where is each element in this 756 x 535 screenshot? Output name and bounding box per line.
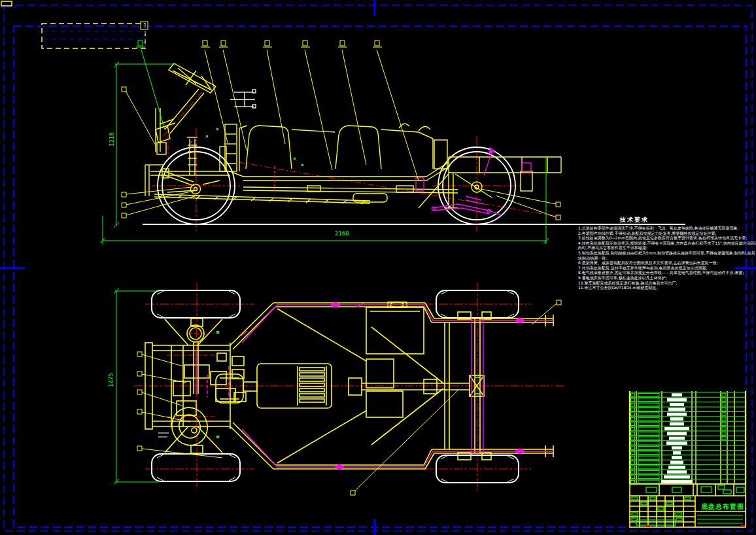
notes-line: 10.整车装配完成后按规定进行检验,路试合格后方可出厂; (578, 281, 749, 286)
part-name-cell (638, 451, 659, 455)
part-number-cell (631, 398, 635, 402)
part-qty-cell (722, 413, 725, 416)
part-name-cell (638, 480, 659, 483)
part-name-cell (638, 417, 659, 421)
part-code-cell (667, 432, 687, 435)
notes-line: 5.制动系统装配后,制动踏板自由行程为5mm,制动管路接头连接牢固可靠,不得有渗… (578, 250, 749, 256)
part-number-cell (631, 480, 635, 483)
part-name-cell (638, 394, 659, 397)
part-name-cell (638, 408, 659, 411)
part-qty-cell (722, 403, 725, 406)
part-code-cell (664, 427, 689, 430)
part-code-cell (670, 417, 683, 421)
notes-line: 向时,不得与其它零部件发生干涉和碰撞; (578, 245, 749, 250)
side-view: 1218 2160 (100, 41, 685, 244)
part-name-cell (638, 423, 659, 426)
part-name-cell (638, 456, 659, 459)
part-code-cell (672, 446, 682, 449)
notes-line: 2.各紧固件均须拧紧,不得松动,装配后按规定力矩复查,重要螺栓按规定扭矩拧紧; (578, 231, 749, 236)
part-number-cell (631, 394, 635, 397)
top-green-markers (216, 331, 479, 438)
part-qty-cell (722, 422, 725, 425)
notes-title: 技术要求 (620, 216, 749, 224)
notes-line: 6.悬架弹簧、减振器装配后应符合图纸及技术文件要求,左右弹簧自由长度应一致; (578, 260, 749, 266)
top-callouts (137, 300, 561, 495)
parts-list (630, 391, 746, 484)
cad-sheet: 1218 2160 (0, 0, 756, 535)
notes-line: 8.电气线束敷设整齐,固定可靠并按规定分色布线——具体见电气原理图,不得与运动件… (578, 270, 749, 275)
part-name-cell (638, 475, 659, 479)
part-code-cell (673, 451, 681, 455)
part-qty-cell (722, 432, 725, 435)
part-name-cell (638, 403, 659, 406)
part-name-cell (638, 398, 659, 402)
side-callouts (122, 41, 560, 220)
part-qty-cell (722, 407, 725, 411)
part-code-cell (672, 393, 682, 396)
part-number-cell (631, 408, 635, 411)
part-code-cell (672, 456, 682, 459)
part-qty-cell (722, 427, 725, 430)
part-qty-cell (722, 393, 725, 396)
part-code-cell (670, 403, 684, 406)
part-name-cell (638, 470, 659, 474)
drawing-title: 底盘总布置图 (701, 502, 748, 511)
notes-line: 轮制动协调一致; (578, 256, 749, 261)
part-name-cell (638, 427, 659, 430)
part-code-cell (670, 423, 684, 426)
part-number-cell (631, 423, 635, 426)
top-dimensions (114, 288, 158, 485)
part-code-cell (666, 441, 687, 445)
corner-reference-block (0, 1, 148, 48)
part-number-cell (631, 457, 635, 460)
part-name-cell (638, 441, 659, 445)
part-code-cell (667, 470, 687, 474)
notes-line: 7.传动系统装配后,运转平稳无异常噪声与振动,各润滑点按规定加注润滑脂; (578, 266, 749, 271)
technical-notes: 技术要求 1.总装前各零部件必须清洗干净,不得有毛刺、飞边、氧化皮等缺陷,各油道… (578, 216, 749, 290)
part-code-cell (667, 398, 687, 402)
part-name-cell (638, 432, 659, 435)
part-number-cell (631, 447, 635, 450)
part-number-cell (631, 413, 635, 416)
part-number-cell (631, 451, 635, 455)
notes-line: 9.蓄电池安装牢固可靠,极柱连接处涂以凡士林保护; (578, 275, 749, 281)
part-number-cell (631, 461, 635, 464)
part-code-cell (668, 466, 685, 469)
part-name-cell (638, 447, 659, 450)
top-view: 1475 (108, 283, 564, 495)
side-dimensions (100, 62, 549, 244)
notes-line: 3.前轮前束调整为0~2mm范围内,前轮定位参数应符合整车设计要求,各拉杆球头转… (578, 235, 749, 241)
notes-line: 11.未注尺寸公差按GB/T1804-m级精度制造。 (578, 285, 749, 290)
dim-length: 2160 (335, 230, 349, 237)
part-number-cell (631, 404, 635, 407)
part-name-cell (638, 437, 659, 440)
part-number-cell (631, 471, 635, 474)
side-dimension-text: 1218 2160 (109, 132, 349, 237)
part-number-cell (631, 437, 635, 440)
part-code-cell (661, 480, 693, 483)
part-code-cell (668, 407, 685, 411)
part-number-cell (631, 466, 635, 469)
part-qty-cell (722, 417, 725, 421)
dim-height: 1218 (109, 132, 115, 147)
part-name-cell (638, 466, 659, 469)
part-number-cell (631, 475, 635, 479)
part-number-cell (631, 442, 635, 445)
suspension-symbol (230, 90, 256, 108)
part-code-cell (669, 437, 685, 440)
part-qty-cell (722, 398, 725, 402)
part-code-cell (670, 460, 683, 464)
dim-width: 1475 (108, 373, 114, 387)
part-code-cell (664, 475, 690, 479)
part-name-cell (638, 413, 659, 416)
notes-line: 1.总装前各零部件必须清洗干净,不得有毛刺、飞边、氧化皮等缺陷,各油道应畅通无阻… (578, 226, 749, 231)
notes-line: 4.转向系统装配后应转动灵活,操纵轻便,不得有卡滞现象,方向盘自由行程不大于15… (578, 241, 749, 246)
part-qty-cell (722, 437, 725, 440)
part-code-cell (667, 413, 687, 416)
part-number-cell (631, 418, 635, 421)
part-name-cell (638, 461, 659, 464)
part-number-cell (631, 427, 635, 430)
part-number-cell (631, 432, 635, 436)
